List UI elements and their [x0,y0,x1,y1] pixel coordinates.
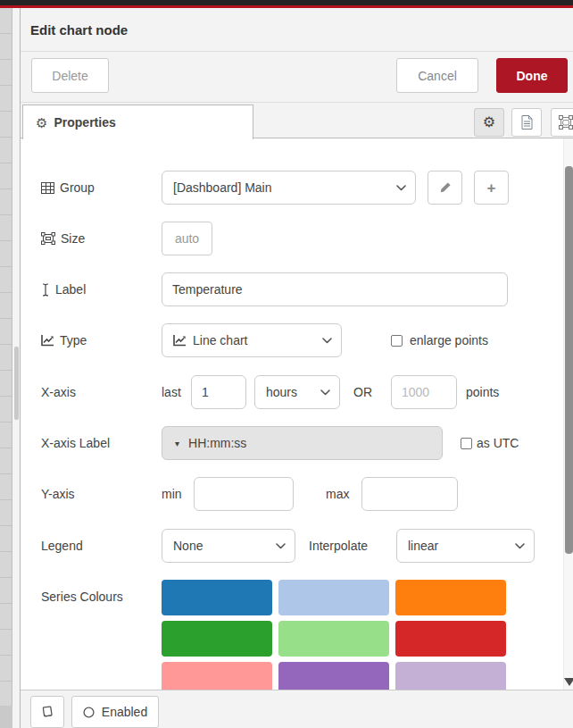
interpolate-select[interactable]: linear [396,529,535,563]
cancel-button[interactable]: Cancel [396,58,478,93]
size-auto-button[interactable]: auto [162,222,212,255]
caret-down-icon: ▾ [175,439,179,448]
dialog-header: Edit chart node [21,8,573,52]
gear-icon: ⚙ [36,116,47,130]
line-chart-icon [41,334,54,347]
yaxis-field-label: Y-axis [41,477,75,511]
i-cursor-icon [41,283,50,297]
xaxis-points-input[interactable] [391,375,457,409]
document-icon [521,115,533,130]
xaxis-points-label: points [466,375,499,409]
gear-icon: ⚙ [483,115,495,130]
group-select-value: [Dashboard] Main [173,180,396,195]
series-colour-swatch-1[interactable] [162,580,272,615]
appearance-icon [559,115,573,130]
properties-tab-button[interactable]: ⚙ [474,108,504,137]
xaxis-units-select[interactable]: hours [254,375,340,409]
label-field-label: Label [41,272,86,306]
legend-value: None [173,539,276,553]
enabled-label: Enabled [102,705,147,719]
interpolate-value: linear [408,539,515,553]
scroll-down-arrow-icon[interactable] [564,678,573,686]
xaxis-field-label: X-axis [41,375,76,409]
chevron-down-icon [515,543,525,549]
appearance-tab-button[interactable] [551,108,573,137]
description-tab-button[interactable] [511,108,542,137]
xaxis-label-value: HH:mm:ss [188,436,246,450]
interpolate-label: Interpolate [309,529,368,563]
series-colour-swatch-3[interactable] [395,580,506,615]
plus-icon: + [487,180,496,196]
chevron-down-icon [320,389,330,396]
xaxis-last-input[interactable] [191,375,246,409]
chevron-down-icon [396,185,406,191]
series-colour-swatch-5[interactable] [278,621,389,657]
table-icon [41,182,54,194]
edit-node-dialog: Edit chart node Delete Cancel Done ⚙ Pro… [20,8,573,728]
edit-group-button[interactable] [428,171,462,205]
group-field-label: Group [41,171,95,205]
type-field-label: Type [41,323,87,357]
series-colour-swatch-2[interactable] [278,580,389,615]
chart-type-value: Line chart [193,333,322,347]
node-enabled-toggle[interactable]: Enabled [71,696,159,728]
label-input[interactable] [162,272,508,306]
legend-select[interactable]: None [162,529,295,563]
chart-type-select[interactable]: Line chart [162,323,342,357]
node-info-button[interactable] [30,696,64,728]
as-utc-checkbox[interactable] [461,438,472,449]
add-group-button[interactable]: + [474,171,509,205]
enlarge-points-checkbox[interactable] [391,335,403,347]
series-colour-swatch-4[interactable] [162,621,272,657]
xaxis-label-dropdown[interactable]: ▾ HH:mm:ss [162,426,443,460]
workspace-footer [0,706,12,728]
workspace-background [0,8,12,728]
xaxis-last-label: last [162,375,181,409]
tab-properties-label: Properties [54,115,115,130]
xaxis-or-label: OR [353,375,372,409]
yaxis-max-label: max [326,477,349,511]
yaxis-max-input[interactable] [361,477,458,511]
yaxis-min-label: min [162,477,182,511]
xaxis-units-value: hours [266,385,320,399]
series-colour-swatch-6[interactable] [395,621,506,657]
xaxis-label-field-label: X-axis Label [41,426,110,460]
line-chart-icon [173,334,187,347]
palette-scrollbar-thumb[interactable] [14,347,19,420]
chevron-down-icon [322,338,332,344]
circle-icon [83,707,95,718]
size-field-label: Size [41,222,85,255]
chevron-down-icon [276,543,286,549]
series-colours-label: Series Colours [41,580,123,614]
tab-properties[interactable]: ⚙ Properties [22,105,253,139]
as-utc-label: as UTC [477,426,519,460]
book-icon [41,706,54,718]
enlarge-points-label: enlarge points [410,323,488,357]
legend-field-label: Legend [41,529,83,563]
pencil-icon [439,181,452,194]
yaxis-min-input[interactable] [194,477,294,511]
group-select[interactable]: [Dashboard] Main [162,171,416,205]
delete-button[interactable]: Delete [31,58,109,93]
dialog-title: Edit chart node [30,22,128,38]
done-button[interactable]: Done [496,58,568,93]
object-group-icon [41,232,55,245]
dialog-scrollbar-thumb[interactable] [565,166,573,554]
